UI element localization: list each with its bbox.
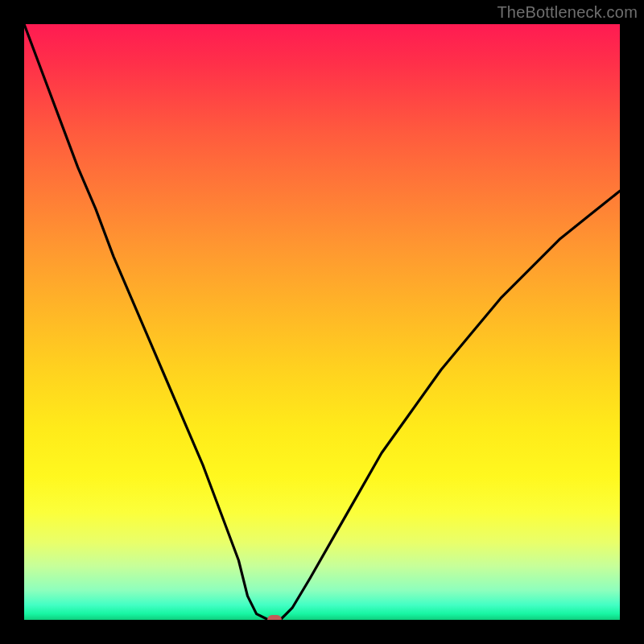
plot-area bbox=[24, 24, 620, 620]
optimum-marker bbox=[267, 615, 282, 620]
curve-svg bbox=[24, 24, 620, 620]
watermark-text: TheBottleneck.com bbox=[497, 3, 638, 22]
bottleneck-curve bbox=[24, 24, 620, 620]
chart-wrapper: TheBottleneck.com bbox=[0, 0, 644, 644]
